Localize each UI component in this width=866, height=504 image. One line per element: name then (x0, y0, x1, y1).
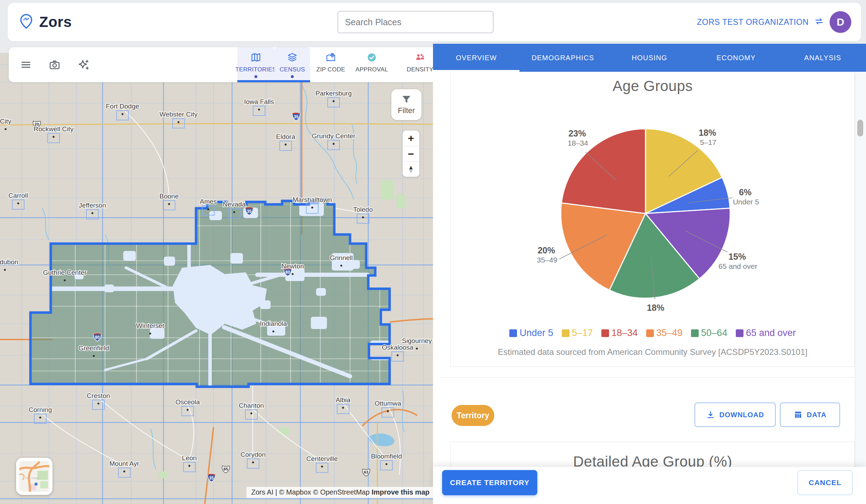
map-town-label: Sigourney (402, 337, 432, 344)
improve-map-link[interactable]: Improve this map (371, 488, 429, 496)
map-town-label: Jefferson (79, 202, 106, 209)
download-button[interactable]: DOWNLOAD (694, 402, 776, 427)
insights-panel: OVERVIEWDEMOGRAPHICSHOUSINGECONOMYANALYS… (433, 44, 866, 504)
pie-label-pct: 23% (568, 128, 586, 138)
data-table-icon (794, 410, 803, 419)
map-town-label: Chariton (239, 402, 264, 409)
map-town-label: Marshalltown (293, 196, 332, 203)
svg-text:80: 80 (285, 270, 290, 275)
svg-text:OLD TOWN: OLD TOWN (26, 477, 39, 479)
map-town-label: Oskaloosa (382, 344, 413, 351)
map-town-label: Toledo (353, 206, 373, 213)
map-town-label: Greenfield (78, 344, 109, 352)
chart-caption: Estimated data sourced from American Com… (451, 347, 854, 357)
zoom-controls: + − ▲▼ (403, 131, 419, 177)
map-layer-tabs: TERRITORIESCENSUSZIP CODEAPPROVALDENSITY (237, 47, 433, 82)
brand: Zors (18, 13, 134, 31)
legend-item-18–34[interactable]: 18–34 (601, 328, 638, 338)
tab-housing[interactable]: HOUSING (606, 44, 693, 72)
section-divider (439, 377, 858, 378)
map-town-label: Winterset (136, 322, 165, 329)
create-territory-button[interactable]: CREATE TERRITORY (442, 470, 537, 495)
panel-tabs: OVERVIEWDEMOGRAPHICSHOUSINGECONOMYANALYS… (433, 44, 866, 72)
map-town-label: Indianola (260, 320, 287, 327)
map-town-label: Rockwell City (34, 125, 74, 133)
map-town-label: City (0, 118, 12, 125)
ai-sparkles-button[interactable] (72, 53, 95, 76)
zoom-out-button[interactable]: − (403, 146, 419, 161)
pie-label-name: 18–34 (568, 139, 588, 147)
map-tab-density[interactable]: DENSITY (392, 47, 433, 82)
avatar[interactable]: D (830, 11, 851, 33)
minimap-image: OLD TOWN (19, 461, 49, 492)
map-town-label: Grinnell (330, 254, 352, 261)
panel-scrollbar (855, 72, 866, 467)
pie-label-name: Under 5 (733, 198, 759, 206)
pie-label-pct: 15% (728, 252, 746, 261)
territories-icon (251, 52, 261, 64)
zoom-in-button[interactable]: + (403, 131, 419, 146)
pie-label-name: 50–64 (646, 313, 667, 315)
approval-icon (366, 52, 377, 64)
data-button[interactable]: DATA (780, 402, 840, 427)
map-svg: 2035358080356563 ParkersburgIowa FallsFo… (0, 44, 433, 504)
tab-overview[interactable]: OVERVIEW (433, 44, 519, 72)
map-toolbar: TERRITORIESCENSUSZIP CODEAPPROVALDENSITY (9, 47, 433, 82)
map-town-label: Bloomfield (371, 453, 402, 460)
map-town-label: Mount Ayr (109, 460, 139, 467)
map-town-label: Parkersburg (315, 90, 352, 97)
org-switcher[interactable]: ZORS TEST ORGANIZATION (697, 18, 809, 27)
search-input[interactable] (337, 11, 494, 33)
swap-org-icon[interactable] (814, 16, 824, 28)
svg-text:63: 63 (364, 470, 369, 474)
map-town-label: Leon (182, 454, 197, 462)
map-town-label: Ottumwa (375, 400, 401, 407)
map-town-label: Grundy Center (312, 132, 356, 140)
tab-economy[interactable]: ECONOMY (693, 44, 779, 72)
legend-item-35–49[interactable]: 35–49 (646, 328, 683, 338)
legend-item-Under-5[interactable]: Under 5 (509, 328, 553, 338)
map-town-label: Ames (200, 198, 217, 205)
age-groups-pie-chart[interactable]: 6%Under 518%5–1723%18–3420%35–4918%50–64… (433, 70, 855, 315)
map-town-label: Corning (29, 406, 52, 413)
compass-button[interactable]: ▲▼ (403, 161, 419, 177)
menu-button[interactable] (14, 53, 37, 76)
pie-label-name: 65 and over (719, 262, 757, 270)
map-attribution: Zors AI | © Mapbox © OpenStreetMap Impro… (246, 487, 433, 498)
map-town-label: Osceola (175, 398, 200, 406)
map-town-label: Centerville (306, 455, 338, 462)
map-tab-zip-code[interactable]: ZIP CODE (310, 47, 351, 82)
map-town-label: Fort Dodge (106, 103, 139, 110)
panel-footer: CREATE TERRITORY CANCEL (433, 467, 866, 504)
legend-item-50–64[interactable]: 50–64 (691, 328, 727, 338)
map-tab-census[interactable]: CENSUS (274, 47, 310, 82)
map-town-label: Newton (281, 262, 304, 270)
scrollbar-thumb[interactable] (857, 120, 863, 136)
tab-demographics[interactable]: DEMOGRAPHICS (519, 44, 606, 72)
census-icon (287, 52, 298, 64)
map-town-label: Eldora (276, 133, 295, 140)
density-icon (415, 52, 425, 64)
map-tab-territories[interactable]: TERRITORIES (237, 47, 274, 82)
territory-badge: Territory (452, 405, 494, 426)
pie-label-pct: 18% (699, 128, 716, 138)
legend-item-65-and-over[interactable]: 65 and over (736, 328, 796, 338)
map-town-label: Webster City (160, 111, 198, 118)
map-tab-approval[interactable]: APPROVAL (351, 47, 392, 82)
pie-label-pct: 6% (739, 187, 752, 197)
pie-label-name: 5–17 (700, 138, 717, 146)
tab-analysis[interactable]: ANALYSIS (780, 44, 866, 72)
map-town-label: Audubon (0, 258, 18, 266)
svg-text:35: 35 (294, 114, 299, 119)
attribution-text: Zors AI | © Mapbox © OpenStreetMap (251, 488, 370, 496)
map-canvas[interactable]: 2035358080356563 ParkersburgIowa FallsFo… (0, 44, 433, 504)
cancel-button[interactable]: CANCEL (797, 470, 853, 495)
map-town-label: Corydon (240, 451, 266, 458)
filter-button[interactable]: Filter (391, 89, 421, 120)
pie-label-pct: 20% (538, 245, 555, 255)
minimap-inset[interactable]: OLD TOWN (16, 458, 53, 495)
legend-item-5–17[interactable]: 5–17 (562, 328, 593, 338)
filter-label: Filter (398, 106, 415, 115)
brand-name: Zors (39, 14, 72, 30)
camera-button[interactable] (43, 53, 66, 76)
